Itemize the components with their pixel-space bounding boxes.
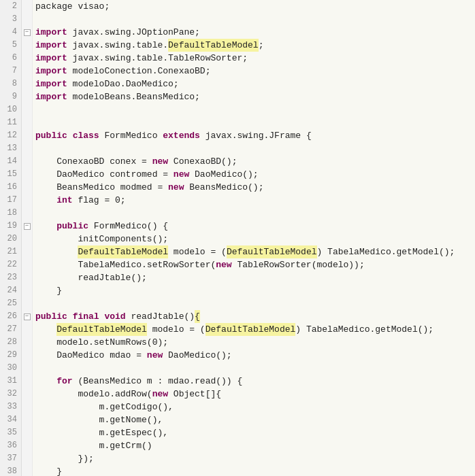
fold-gutter — [22, 336, 33, 349]
plain-token: ) TabelaMedico.getModel(); — [295, 323, 433, 336]
code-line: 37 }); — [0, 452, 475, 465]
line-content: package visao; — [33, 0, 475, 13]
plain-token: DaoMedico contromed = — [35, 168, 174, 181]
fold-gutter — [22, 155, 33, 168]
plain-token: javax.swing.table.TableRowSorter; — [67, 52, 248, 65]
keyword-token: public — [35, 129, 67, 142]
fold-gutter — [22, 90, 33, 103]
plain-token — [35, 220, 56, 233]
line-content: import javax.swing.table.TableRowSorter; — [33, 52, 475, 65]
line-number: 21 — [0, 245, 22, 258]
line-content: BeansMedico modmed = new BeansMedico(); — [33, 181, 475, 194]
fold-gutter — [22, 349, 33, 362]
plain-token: readJtable() — [126, 310, 195, 323]
line-content: DaoMedico mdao = new DaoMedico(); — [33, 349, 475, 362]
keyword-token: public — [56, 220, 88, 233]
plain-token — [35, 323, 56, 336]
fold-gutter — [22, 375, 33, 388]
fold-gutter — [22, 452, 33, 465]
code-line: 21 DefaultTableModel modelo = (DefaultTa… — [0, 245, 475, 258]
keyword-token: new — [174, 168, 189, 181]
line-number: 36 — [0, 439, 22, 452]
keyword-token: new — [147, 349, 163, 362]
code-line: 2package visao; — [0, 0, 475, 13]
keyword-token: new — [168, 181, 184, 194]
code-line: 7import modeloConection.ConexaoBD; — [0, 65, 475, 78]
code-line: 14 ConexaoBD conex = new ConexaoBD(); — [0, 155, 475, 168]
fold-gutter — [22, 78, 33, 90]
fold-gutter — [22, 297, 33, 310]
plain-token: DaoMedico(); — [189, 168, 258, 181]
code-line: 24 } — [0, 284, 475, 297]
line-content: } — [33, 284, 475, 297]
line-content: DaoMedico contromed = new DaoMedico(); — [33, 168, 475, 181]
line-number: 33 — [0, 401, 22, 413]
fold-icon[interactable]: − — [24, 313, 31, 320]
keyword-token: class — [73, 129, 99, 142]
line-number: 16 — [0, 181, 22, 194]
plain-token — [67, 129, 73, 142]
plain-token: javax.swing.JOptionPane; — [67, 26, 200, 39]
line-number: 37 — [0, 452, 22, 465]
fold-icon[interactable]: − — [24, 29, 31, 36]
fold-gutter — [22, 323, 33, 336]
code-line: 34 m.getNome(), — [0, 413, 475, 426]
plain-token: m.getCodigo(), — [35, 401, 174, 413]
line-number: 6 — [0, 52, 22, 65]
line-content — [33, 116, 475, 129]
code-line: 17 int flag = 0; — [0, 194, 475, 207]
code-line: 22 TabelaMedico.setRowSorter(new TableRo… — [0, 258, 475, 271]
plain-token: BeansMedico modmed = — [35, 181, 168, 194]
line-content — [33, 13, 475, 26]
fold-gutter — [22, 116, 33, 129]
code-line: 35 m.getEspec(), — [0, 426, 475, 439]
line-content: TabelaMedico.setRowSorter(new TableRowSo… — [33, 258, 475, 271]
plain-token — [35, 245, 78, 258]
line-content: m.getEspec(), — [33, 426, 475, 439]
line-content: import modeloConection.ConexaoBD; — [33, 65, 475, 78]
fold-gutter — [22, 129, 33, 142]
plain-token: }); — [35, 452, 94, 465]
line-number: 7 — [0, 65, 22, 78]
fold-gutter — [22, 388, 33, 401]
line-number: 17 — [0, 194, 22, 207]
fold-gutter — [22, 426, 33, 439]
keyword-token: import — [35, 52, 67, 65]
fold-gutter — [22, 284, 33, 297]
plain-token: javax.swing.JFrame { — [200, 129, 312, 142]
plain-token: package visao; — [35, 0, 110, 13]
code-line: 26−public final void readJtable(){ — [0, 310, 475, 323]
plain-token: modeloConection.ConexaoBD; — [67, 65, 211, 78]
code-line: 16 BeansMedico modmed = new BeansMedico(… — [0, 181, 475, 194]
fold-gutter — [22, 258, 33, 271]
line-content — [33, 103, 475, 116]
line-number: 8 — [0, 78, 22, 90]
line-number: 38 — [0, 465, 22, 476]
code-line: 6import javax.swing.table.TableRowSorter… — [0, 52, 475, 65]
code-line: 20 initComponents(); — [0, 233, 475, 245]
line-number: 29 — [0, 349, 22, 362]
keyword-token: new — [152, 388, 168, 401]
keyword-token: for — [56, 375, 72, 388]
line-number: 28 — [0, 336, 22, 349]
highlighted-token: DefaultTableModel — [168, 39, 259, 52]
code-line: 36 m.getCrm() — [0, 439, 475, 452]
fold-gutter — [22, 362, 33, 375]
fold-gutter — [22, 207, 33, 220]
plain-token: modelo = ( — [147, 323, 206, 336]
fold-icon[interactable]: − — [24, 223, 31, 230]
line-content: m.getCodigo(), — [33, 401, 475, 413]
plain-token: modelo.addRow( — [35, 388, 152, 401]
code-line: 8import modeloDao.DaoMedico; — [0, 78, 475, 90]
code-line: 31 for (BeansMedico m : mdao.read()) { — [0, 375, 475, 388]
line-number: 18 — [0, 207, 22, 220]
line-number: 11 — [0, 116, 22, 129]
plain-token: ConexaoBD conex = — [35, 155, 152, 168]
plain-token: ; — [259, 39, 264, 52]
code-line: 4−import javax.swing.JOptionPane; — [0, 26, 475, 39]
code-line: 3 — [0, 13, 475, 26]
plain-token: javax.swing.table. — [67, 39, 168, 52]
keyword-token: import — [35, 26, 67, 39]
keyword-token: public — [35, 310, 67, 323]
fold-gutter — [22, 271, 33, 284]
